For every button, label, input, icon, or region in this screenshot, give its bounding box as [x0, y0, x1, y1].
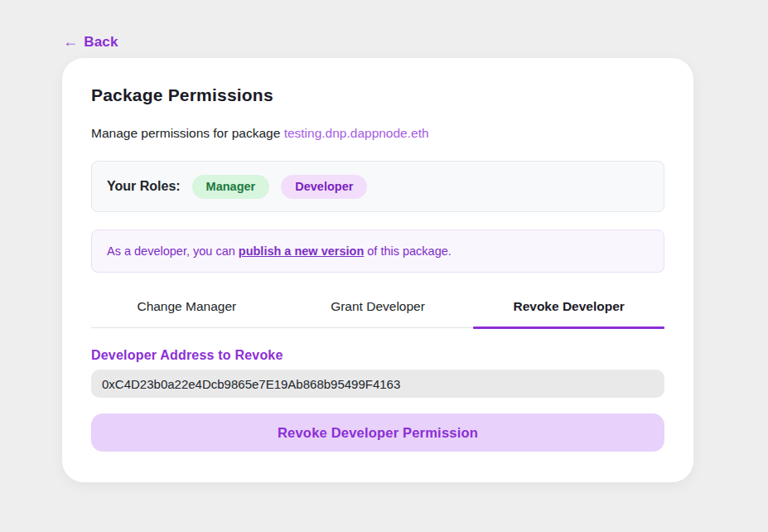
developer-address-input[interactable] — [91, 370, 664, 398]
back-link-label: Back — [84, 34, 118, 51]
tab-bar: Change Manager Grant Developer Revoke De… — [91, 291, 664, 328]
info-text-after: of this package. — [367, 244, 452, 258]
info-text-before: As a developer, you can — [107, 244, 235, 258]
subtitle: Manage permissions for package testing.d… — [91, 126, 664, 141]
role-badge-developer: Developer — [281, 175, 367, 199]
package-permissions-card: Package Permissions Manage permissions f… — [62, 58, 693, 482]
developer-address-label: Developer Address to Revoke — [91, 348, 664, 363]
page: ← Back Package Permissions Manage permis… — [0, 0, 768, 532]
tab-revoke-developer[interactable]: Revoke Developer — [473, 291, 664, 327]
tab-change-manager[interactable]: Change Manager — [91, 291, 283, 327]
page-title: Package Permissions — [91, 85, 664, 105]
role-badge-manager: Manager — [192, 175, 270, 199]
roles-label: Your Roles: — [107, 179, 181, 194]
revoke-developer-permission-button[interactable]: Revoke Developer Permission — [91, 414, 664, 452]
back-link[interactable]: ← Back — [63, 33, 118, 51]
publish-new-version-link[interactable]: publish a new version — [239, 244, 364, 258]
tab-grant-developer[interactable]: Grant Developer — [283, 291, 474, 327]
package-name-link[interactable]: testing.dnp.dappnode.eth — [284, 126, 429, 140]
developer-info-banner: As a developer, you can publish a new ve… — [91, 230, 664, 273]
roles-box: Your Roles: Manager Developer — [91, 161, 664, 212]
back-arrow-icon: ← — [63, 33, 78, 51]
subtitle-text: Manage permissions for package — [91, 126, 284, 140]
